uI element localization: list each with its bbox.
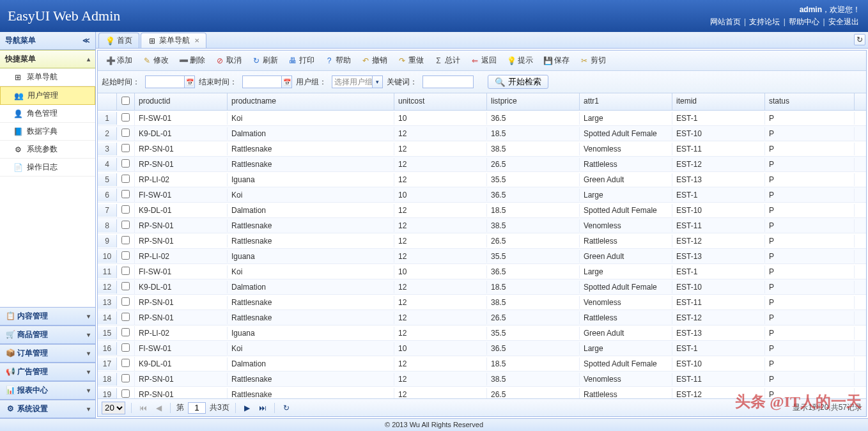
search-button[interactable]: 🔍开始检索: [488, 75, 548, 89]
row-checkbox[interactable]: [121, 221, 130, 229]
next-page-button[interactable]: ▶: [242, 402, 253, 414]
撤销-button[interactable]: ↶撤销: [357, 53, 392, 68]
row-checkbox[interactable]: [121, 343, 130, 352]
row-check-cell[interactable]: [117, 388, 135, 399]
剪切-button[interactable]: ✂剪切: [575, 53, 610, 68]
calendar-icon[interactable]: 📅: [281, 76, 291, 88]
sidebar-collapse-button[interactable]: ≪: [82, 36, 90, 45]
保存-button[interactable]: 💾保存: [539, 53, 574, 68]
row-check-cell[interactable]: [117, 188, 135, 202]
menu-item[interactable]: 👥用户管理: [0, 86, 95, 105]
row-checkbox[interactable]: [121, 144, 130, 152]
calendar-icon[interactable]: 📅: [184, 76, 194, 88]
tab[interactable]: ⊞菜单导航✕: [141, 33, 206, 48]
table-row[interactable]: 10RP-LI-02Iguana1235.5Green AdultEST-13P: [98, 249, 866, 264]
row-checkbox[interactable]: [121, 374, 130, 382]
table-row[interactable]: 7K9-DL-01Dalmation1218.5Spotted Adult Fe…: [98, 203, 866, 218]
last-page-button[interactable]: ⏭: [257, 402, 268, 414]
修改-button[interactable]: ✎修改: [138, 53, 173, 68]
tabs-refresh-button[interactable]: ↻: [854, 34, 865, 45]
row-check-cell[interactable]: [117, 111, 135, 125]
table-row[interactable]: 13RP-SN-01Rattlesnake1238.5VenomlessEST-…: [98, 295, 866, 310]
row-checkbox[interactable]: [121, 113, 130, 121]
chevron-down-icon[interactable]: ▾: [372, 76, 382, 88]
header-link[interactable]: 帮助中心: [789, 17, 819, 26]
row-check-cell[interactable]: [117, 341, 135, 356]
table-row[interactable]: 17K9-DL-01Dalmation1218.5Spotted Adult F…: [98, 356, 866, 372]
table-row[interactable]: 15RP-LI-02Iguana1235.5Green AdultEST-13P: [98, 325, 866, 341]
row-checkbox[interactable]: [121, 282, 130, 290]
checkall-checkbox[interactable]: [121, 97, 130, 105]
row-check-cell[interactable]: [117, 173, 135, 187]
table-row[interactable]: 14RP-SN-01Rattlesnake1226.5RattlelessEST…: [98, 310, 866, 325]
row-checkbox[interactable]: [121, 236, 130, 244]
page-size-select[interactable]: 20: [102, 402, 125, 414]
table-row[interactable]: 18RP-SN-01Rattlesnake1238.5VenomlessEST-…: [98, 372, 866, 387]
row-checkbox[interactable]: [121, 389, 130, 398]
page-number-input[interactable]: [188, 402, 206, 414]
提示-button[interactable]: 💡提示: [502, 53, 538, 68]
table-row[interactable]: 9RP-SN-01Rattlesnake1226.5RattlelessEST-…: [98, 233, 866, 249]
table-row[interactable]: 1FI-SW-01Koi1036.5LargeEST-1P: [98, 111, 866, 126]
accordion-header[interactable]: 快捷菜单▴: [0, 50, 95, 68]
menu-item[interactable]: ⊞菜单导航: [0, 68, 95, 86]
column-header-productname[interactable]: productname: [228, 93, 394, 110]
打印-button[interactable]: 🖶打印: [284, 53, 319, 68]
accordion-header[interactable]: ⚙ 系统设置▾: [0, 400, 95, 418]
column-header-unitcost[interactable]: unitcost: [394, 93, 487, 110]
row-check-cell[interactable]: [117, 357, 135, 371]
添加-button[interactable]: ➕添加: [102, 53, 137, 68]
header-link[interactable]: 安全退出: [828, 17, 859, 26]
table-row[interactable]: 16FI-SW-01Koi1036.5LargeEST-1P: [98, 341, 866, 356]
menu-item[interactable]: 📄操作日志: [0, 159, 95, 176]
row-check-cell[interactable]: [117, 372, 135, 386]
row-check-cell[interactable]: [117, 234, 135, 248]
row-checkbox[interactable]: [121, 205, 130, 214]
row-checkbox[interactable]: [121, 267, 130, 275]
row-check-cell[interactable]: [117, 142, 135, 156]
总计-button[interactable]: Σ总计: [430, 53, 465, 68]
row-check-cell[interactable]: [117, 219, 135, 233]
header-link[interactable]: 网站首页: [710, 17, 741, 26]
table-row[interactable]: 8RP-SN-01Rattlesnake1238.5VenomlessEST-1…: [98, 218, 866, 233]
group-select[interactable]: 选择用户组▾: [332, 75, 383, 88]
column-header-listprice[interactable]: listprice: [487, 93, 580, 110]
close-icon[interactable]: ✕: [194, 37, 199, 44]
prev-page-button[interactable]: ◀: [153, 402, 164, 414]
重做-button[interactable]: ↷重做: [393, 53, 428, 68]
table-row[interactable]: 4RP-SN-01Rattlesnake1226.5RattlelessEST-…: [98, 157, 866, 172]
返回-button[interactable]: ⇐返回: [466, 53, 501, 68]
column-header-productid[interactable]: productid: [135, 93, 228, 110]
accordion-header[interactable]: 📢 广告管理▾: [0, 363, 95, 381]
table-row[interactable]: 2K9-DL-01Dalmation1218.5Spotted Adult Fe…: [98, 126, 866, 141]
table-row[interactable]: 6FI-SW-01Koi1036.5LargeEST-1P: [98, 187, 866, 203]
row-checkbox[interactable]: [121, 313, 130, 321]
pager-refresh-button[interactable]: ↻: [281, 402, 292, 414]
column-header-itemid[interactable]: itemid: [672, 93, 765, 110]
accordion-header[interactable]: 📊 报表中心▾: [0, 381, 95, 400]
row-checkbox[interactable]: [121, 251, 130, 260]
checkall-header[interactable]: [117, 93, 135, 110]
row-checkbox[interactable]: [121, 359, 130, 367]
帮助-button[interactable]: ?帮助: [320, 53, 355, 68]
accordion-header[interactable]: 📋 内容管理▾: [0, 307, 95, 325]
row-check-cell[interactable]: [117, 203, 135, 217]
row-check-cell[interactable]: [117, 265, 135, 279]
menu-item[interactable]: ⚙系统参数: [0, 141, 95, 159]
row-check-cell[interactable]: [117, 249, 135, 263]
row-checkbox[interactable]: [121, 297, 130, 306]
table-row[interactable]: 3RP-SN-01Rattlesnake1238.5VenomlessEST-1…: [98, 141, 866, 157]
menu-item[interactable]: 📘数据字典: [0, 123, 95, 141]
column-header-status[interactable]: status: [765, 93, 855, 110]
keyword-input[interactable]: [422, 75, 474, 88]
column-header-attr1[interactable]: attr1: [580, 93, 672, 110]
first-page-button[interactable]: ⏮: [137, 402, 149, 414]
table-row[interactable]: 11FI-SW-01Koi1036.5LargeEST-1P: [98, 264, 866, 279]
header-link[interactable]: 支持论坛: [749, 17, 780, 26]
row-check-cell[interactable]: [117, 280, 135, 294]
row-checkbox[interactable]: [121, 159, 130, 168]
table-row[interactable]: 5RP-LI-02Iguana1235.5Green AdultEST-13P: [98, 172, 866, 187]
刷新-button[interactable]: ↻刷新: [247, 53, 283, 68]
tab[interactable]: 💡首页: [98, 33, 139, 48]
row-check-cell[interactable]: [117, 157, 135, 171]
